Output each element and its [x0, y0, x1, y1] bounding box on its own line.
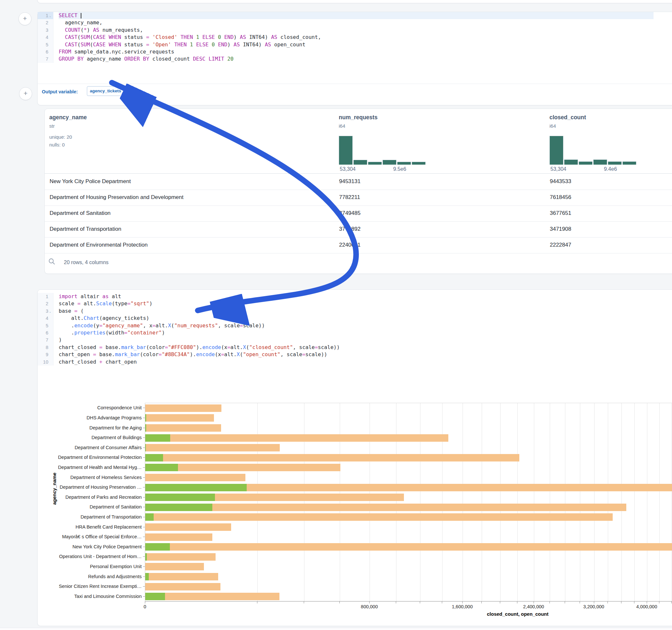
code-line[interactable]: GROUP BY agency_name ORDER BY closed_cou…	[59, 55, 653, 63]
column-header-closed_count[interactable]: closed_count	[549, 114, 586, 121]
bar-open-count	[145, 454, 163, 461]
output-variable-input[interactable]: agency_tickets	[87, 86, 128, 96]
table-row[interactable]: Department of Sanitation37494853677651	[45, 205, 672, 222]
histogram-bar	[353, 160, 367, 165]
chart-gridline	[672, 403, 672, 602]
x-axis-tick	[565, 602, 565, 603]
x-axis-tick-label: 4,000,000	[637, 604, 657, 609]
table-row[interactable]: Department of Environmental Protection22…	[45, 237, 672, 253]
y-axis-label: Department of Housing Preservation …	[0, 484, 142, 490]
code-line[interactable]: scale = alt.Scale(type="sqrt")	[59, 300, 653, 307]
bar-closed-count	[145, 524, 231, 531]
code-line[interactable]: COUNT(*) AS num_requests,	[59, 27, 653, 34]
chart-gridline	[594, 403, 595, 602]
cell-agency-name: Department of Housing Preservation and D…	[50, 194, 184, 201]
histogram-bar	[564, 160, 578, 165]
line-number: 5	[38, 41, 53, 48]
python-code-editor[interactable]: 123⌄45678910import altair as altscale = …	[38, 293, 653, 366]
code-line[interactable]: )	[59, 336, 653, 343]
column-histogram	[549, 136, 637, 165]
sql-cell-code[interactable]: SELECT agency_name, COUNT(*) AS num_requ…	[53, 12, 653, 63]
chart-plot-area	[145, 403, 672, 602]
histogram-bar	[608, 162, 622, 165]
y-axis-label: Department of Environmental Protection	[0, 455, 142, 460]
cell-num-requests: 2240041	[339, 242, 360, 248]
histogram-max-label: 9.5e6	[393, 166, 406, 172]
add-cell-button-middle[interactable]: +	[19, 87, 32, 100]
chart-gridline	[369, 403, 370, 602]
chart-x-axis-title: closed_count, open_count	[487, 611, 549, 617]
x-axis-tick	[621, 602, 621, 603]
code-line[interactable]: import altair as alt	[59, 293, 653, 300]
code-line[interactable]: alt.Chart(agency_tickets)	[59, 315, 653, 322]
fold-caret-icon[interactable]: ⌄	[49, 15, 51, 18]
line-number: 8	[38, 344, 53, 351]
column-type: str	[49, 123, 55, 129]
code-line[interactable]: SELECT	[59, 12, 653, 19]
add-cell-button-top[interactable]: +	[19, 12, 31, 25]
table-row[interactable]: Department of Housing Preservation and D…	[45, 190, 672, 206]
line-number: 5	[38, 322, 53, 329]
x-axis-tick-label: 800,000	[361, 604, 378, 609]
sql-code-editor[interactable]: 1⌄234567SELECT agency_name, COUNT(*) AS …	[38, 12, 653, 63]
x-axis-tick	[659, 602, 659, 603]
x-axis-tick	[396, 602, 396, 603]
code-line[interactable]: base = (	[59, 308, 653, 315]
notebook-page: { "colors": { "accent_blue": "#1d69b5", …	[0, 0, 672, 630]
bar-closed-count	[145, 553, 216, 561]
x-axis-tick-label: 1,600,000	[452, 604, 473, 609]
bar-open-count	[145, 543, 170, 551]
table-row[interactable]: New York City Police Department945313194…	[45, 174, 672, 190]
code-line[interactable]: .properties(width="container")	[59, 329, 653, 336]
next-cell-edge	[0, 628, 672, 630]
bar-open-count	[145, 493, 215, 501]
cell-closed-count: 9443533	[550, 178, 571, 185]
column-header-num_requests[interactable]: num_requests	[339, 114, 378, 121]
code-line[interactable]: agency_name,	[59, 19, 653, 26]
cell-closed-count: 3471908	[550, 226, 571, 232]
table-header-divider	[45, 173, 672, 174]
chart-gridline	[534, 403, 534, 602]
code-line[interactable]: chart_closed + chart_open	[59, 358, 653, 366]
code-line[interactable]: chart_open = base.mark_bar(color="#8BC34…	[59, 351, 653, 358]
y-axis-label: Department of Health and Mental Hyg…	[0, 465, 142, 470]
bar-closed-count	[145, 513, 613, 521]
histogram-min-label: 53,304	[340, 166, 356, 172]
code-line[interactable]: .encode(y="agency_name", x=alt.X("num_re…	[59, 322, 653, 329]
chart-gridline	[659, 403, 660, 602]
column-header-agency_name[interactable]: agency_name	[49, 114, 87, 121]
code-line[interactable]: CAST(SUM(CASE WHEN status = 'Open' THEN …	[59, 41, 653, 48]
code-line[interactable]: FROM sample_data.nyc.service_requests	[59, 48, 653, 55]
bar-open-count	[145, 513, 154, 521]
sql-cell-line-numbers: 1⌄234567	[38, 12, 53, 63]
y-axis-label: Personal Exemption Unit	[0, 564, 142, 569]
bar-closed-count	[145, 593, 280, 600]
histogram-max-label: 9.4e6	[604, 166, 617, 172]
chart-gridline	[647, 403, 647, 602]
line-number: 9	[38, 351, 53, 358]
bar-closed-count	[145, 533, 212, 541]
y-axis-label: Department of Consumer Affairs	[0, 445, 142, 450]
x-axis-tick	[607, 602, 608, 603]
histogram-bar	[412, 162, 426, 165]
column-type: i64	[339, 123, 345, 129]
table-row[interactable]: Department of Transportation377489234719…	[45, 221, 672, 238]
column-histogram	[339, 136, 426, 165]
code-line[interactable]: CAST(SUM(CASE WHEN status = 'Closed' THE…	[59, 34, 653, 41]
code-line[interactable]: chart_closed = base.mark_bar(color="#FFC…	[59, 344, 653, 351]
fold-caret-icon[interactable]: ⌄	[49, 310, 51, 313]
y-axis-label: Department of Parks and Recreation	[0, 494, 142, 500]
x-axis-tick-label: 0	[144, 604, 146, 609]
x-axis-tick	[671, 602, 672, 603]
column-stat: nulls: 0	[49, 142, 65, 147]
x-axis-tick	[420, 602, 420, 603]
search-icon[interactable]	[48, 258, 56, 265]
output-variable-label: Output variable:	[42, 89, 78, 94]
bar-closed-count	[145, 583, 220, 590]
x-axis-tick	[517, 602, 518, 603]
python-cell-code[interactable]: import altair as altscale = alt.Scale(ty…	[53, 293, 653, 366]
cell-closed-count: 7618456	[550, 194, 571, 201]
bar-closed-count	[145, 414, 214, 421]
line-number: 2	[38, 300, 53, 307]
line-number: 4	[38, 34, 53, 41]
